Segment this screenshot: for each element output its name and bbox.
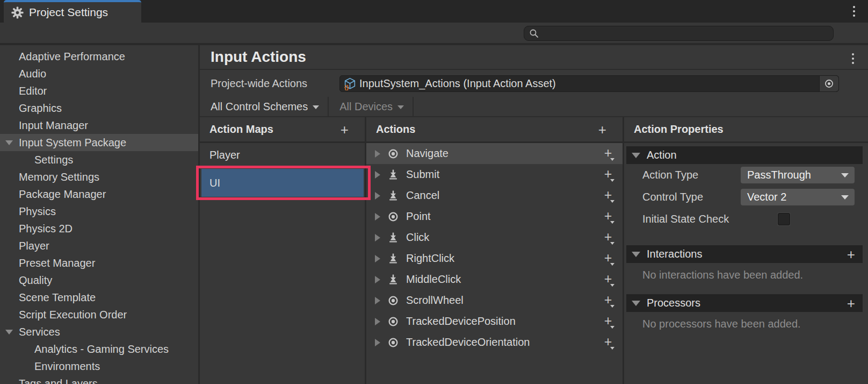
sidebar-item-editor[interactable]: Editor — [0, 82, 198, 99]
caret-down-icon — [610, 158, 614, 161]
sidebar-item-physics-2d[interactable]: Physics 2D — [0, 220, 198, 237]
add-processor-button[interactable]: + — [847, 296, 855, 310]
interactions-section-foldout[interactable]: Interactions + — [626, 245, 863, 263]
action-properties-column: Action Properties Action Action Type Pas… — [624, 117, 868, 384]
add-action-map-button[interactable]: + — [341, 123, 349, 137]
expander-collapsed-icon[interactable] — [375, 192, 380, 200]
sidebar-item-input-system-package[interactable]: Input System Package — [0, 134, 198, 151]
caret-down-icon — [610, 326, 614, 329]
sidebar-item-adaptive-performance[interactable]: Adaptive Performance — [0, 48, 198, 65]
interactions-empty-note: No interactions have been added. — [626, 263, 863, 294]
window-menu-kebab-icon[interactable] — [851, 4, 857, 19]
expander-collapsed-icon[interactable] — [375, 255, 380, 262]
action-section-foldout[interactable]: Action — [626, 146, 863, 164]
sidebar-item-package-manager[interactable]: Package Manager — [0, 186, 198, 203]
foldout-expanded-icon[interactable] — [5, 140, 13, 145]
expander-collapsed-icon[interactable] — [375, 234, 380, 241]
action-maps-header: Action Maps + — [200, 117, 365, 143]
action-map-ui[interactable]: UI — [201, 169, 364, 197]
action-row-trackeddeviceorientation[interactable]: TrackedDeviceOrientation + — [366, 332, 623, 353]
control-type-dropdown[interactable]: Vector 2 — [741, 189, 855, 205]
add-binding-button[interactable]: + — [601, 209, 615, 225]
project-wide-actions-object-field[interactable]: {} InputSystem_Actions (Input Action Ass… — [339, 75, 839, 92]
expander-collapsed-icon[interactable] — [375, 318, 380, 325]
caret-down-icon — [610, 263, 614, 266]
expander-collapsed-icon[interactable] — [375, 276, 380, 283]
add-binding-button[interactable]: + — [601, 251, 615, 267]
search-box[interactable] — [524, 26, 834, 41]
input-actions-header: Input Actions — [200, 45, 868, 70]
add-binding-button[interactable]: + — [601, 188, 615, 204]
schemes-toolbar: All Control Schemes All Devices — [200, 97, 868, 117]
sidebar-item-services[interactable]: Services — [0, 323, 198, 340]
expander-collapsed-icon[interactable] — [375, 171, 380, 179]
sidebar-item-settings[interactable]: Settings — [0, 151, 198, 168]
toolbar — [0, 23, 868, 45]
add-binding-button[interactable]: + — [601, 293, 615, 309]
tab-project-settings[interactable]: Project Settings — [4, 0, 141, 23]
action-row-submit[interactable]: Submit + — [366, 164, 623, 185]
input-actions-menu-kebab-icon[interactable] — [850, 51, 856, 66]
button-action-icon — [387, 232, 399, 244]
expander-collapsed-icon[interactable] — [375, 339, 380, 346]
object-picker-button[interactable] — [819, 76, 838, 91]
foldout-expanded-icon — [632, 301, 640, 306]
add-binding-button[interactable]: + — [601, 314, 615, 330]
action-row-middleclick[interactable]: MiddleClick + — [366, 269, 623, 290]
action-type-dropdown[interactable]: PassThrough — [741, 167, 855, 183]
foldout-expanded-icon[interactable] — [5, 330, 13, 335]
sidebar-item-physics[interactable]: Physics — [0, 203, 198, 220]
search-icon — [529, 29, 539, 38]
value-action-icon — [387, 148, 399, 160]
control-schemes-dropdown[interactable]: All Control Schemes — [200, 97, 329, 116]
action-map-player[interactable]: Player — [200, 145, 365, 165]
foldout-expanded-icon — [632, 252, 640, 257]
initial-state-check-checkbox[interactable] — [778, 213, 790, 225]
chevron-down-icon — [397, 105, 404, 109]
processors-section-foldout[interactable]: Processors + — [626, 294, 863, 312]
action-row-trackeddeviceposition[interactable]: TrackedDevicePosition + — [366, 311, 623, 332]
add-interaction-button[interactable]: + — [847, 247, 855, 261]
sidebar-item-audio[interactable]: Audio — [0, 65, 198, 82]
expander-collapsed-icon[interactable] — [375, 150, 380, 158]
sidebar-item-memory-settings[interactable]: Memory Settings — [0, 168, 198, 186]
expander-collapsed-icon[interactable] — [375, 213, 380, 221]
sidebar-item-environments[interactable]: Environments — [0, 358, 198, 375]
sidebar-item-scene-template[interactable]: Scene Template — [0, 289, 198, 306]
add-binding-button[interactable]: + — [601, 230, 615, 246]
action-row-rightclick[interactable]: RightClick + — [366, 248, 623, 269]
add-binding-button[interactable]: + — [601, 272, 615, 288]
sidebar-item-player[interactable]: Player — [0, 237, 198, 254]
chevron-down-icon — [313, 105, 319, 109]
add-binding-button[interactable]: + — [601, 146, 615, 162]
caret-down-icon — [610, 242, 614, 245]
action-row-cancel[interactable]: Cancel + — [366, 185, 623, 206]
button-action-icon — [387, 274, 399, 286]
sidebar-item-tags-and-layers[interactable]: Tags and Layers — [0, 375, 198, 384]
expander-collapsed-icon[interactable] — [375, 297, 380, 304]
sidebar-item-analytics-gaming-services[interactable]: Analytics - Gaming Services — [0, 340, 198, 358]
page-title: Input Actions — [211, 48, 306, 66]
add-action-button[interactable]: + — [598, 123, 606, 137]
action-row-point[interactable]: Point + — [366, 206, 623, 227]
action-row-navigate[interactable]: Navigate + — [366, 143, 623, 164]
settings-sidebar: Adaptive Performance Audio Editor Graphi… — [0, 45, 200, 384]
caret-down-icon — [610, 305, 614, 308]
search-input[interactable] — [542, 28, 828, 39]
caret-down-icon — [610, 347, 614, 350]
chevron-down-icon — [841, 173, 849, 177]
actions-column: Actions + Navigate + Submit + — [366, 117, 624, 384]
action-row-click[interactable]: Click + — [366, 227, 623, 248]
action-row-scrollwheel[interactable]: ScrollWheel + — [366, 290, 623, 311]
sidebar-item-script-execution-order[interactable]: Script Execution Order — [0, 306, 198, 323]
devices-dropdown[interactable]: All Devices — [329, 97, 414, 116]
tab-title: Project Settings — [29, 6, 108, 19]
value-action-icon — [387, 295, 399, 307]
add-binding-button[interactable]: + — [601, 167, 615, 183]
sidebar-item-preset-manager[interactable]: Preset Manager — [0, 254, 198, 272]
sidebar-item-quality[interactable]: Quality — [0, 272, 198, 289]
sidebar-item-input-manager[interactable]: Input Manager — [0, 117, 198, 134]
gear-icon — [11, 6, 24, 19]
add-binding-button[interactable]: + — [601, 335, 615, 351]
sidebar-item-graphics[interactable]: Graphics — [0, 99, 198, 117]
